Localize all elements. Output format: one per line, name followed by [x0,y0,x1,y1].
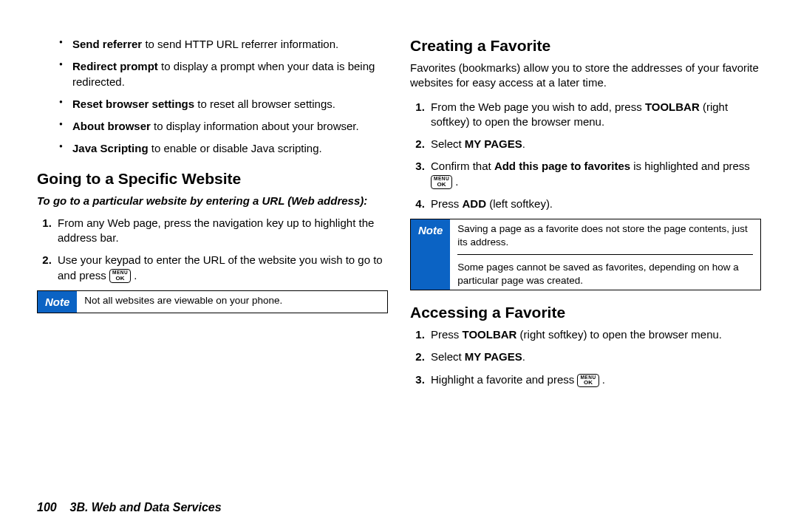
step-item: Highlight a favorite and press MENUOK . [428,372,761,387]
heading-accessing-favorite: Accessing a Favorite [410,304,761,321]
note-box: Note Not all websites are viewable on yo… [37,290,388,313]
right-column: Creating a Favorite Favorites (bookmarks… [410,37,761,395]
page-number: 100 [37,501,57,514]
term-desc: to display information about your browse… [151,120,359,132]
steps-list: From any Web page, press the navigation … [37,216,388,283]
steps-list: Press TOOLBAR (right softkey) to open th… [410,327,761,387]
intro-text: To go to a particular website by enterin… [37,194,388,208]
term-desc: to reset all browser settings. [194,98,335,110]
step-text: From any Web page, press the navigation … [58,216,374,244]
term: Reset browser settings [72,98,194,110]
note-label: Note [411,219,450,290]
note-content: Not all websites are viewable on your ph… [77,291,387,313]
list-item: Redirect prompt to display a prompt when… [59,59,388,89]
term-desc: to send HTTP URL referrer information. [142,38,338,50]
step-item: From the Web page you wish to add, press… [428,100,761,130]
list-item: Send referrer to send HTTP URL referrer … [59,37,388,52]
section-title: 3B. Web and Data Services [69,501,221,514]
term: Redirect prompt [72,60,158,72]
heading-creating-favorite: Creating a Favorite [410,37,761,55]
list-item: About browser to display information abo… [59,119,388,134]
ok-key-icon: MENUOK [109,269,131,283]
step-item: Confirm that Add this page to favorites … [428,159,761,189]
ok-key-icon: MENUOK [577,374,598,388]
note-content: Saving a page as a favorite does not sto… [450,219,760,290]
step-item: Press ADD (left softkey). [428,197,761,211]
note-p1: Saving a page as a favorite does not sto… [457,222,753,248]
step-item: Select MY PAGES. [428,349,761,364]
list-item: Java Scripting to enable or disable Java… [59,141,388,156]
step-item: From any Web page, press the navigation … [55,216,388,246]
term: Send referrer [72,38,142,50]
step-item: Select MY PAGES. [428,137,761,151]
page-footer: 100 3B. Web and Data Services [37,501,222,514]
intro-text: Favorites (bookmarks) allow you to store… [410,61,761,91]
ok-key-icon: MENUOK [431,175,452,189]
step-text: Use your keypad to enter the URL of the … [58,253,383,281]
term: Java Scripting [72,142,149,154]
step-item: Use your keypad to enter the URL of the … [55,253,388,283]
term-desc: to enable or disable Java scripting. [149,142,322,154]
left-column: Send referrer to send HTTP URL referrer … [37,37,388,395]
list-item: Reset browser settings to reset all brow… [59,97,388,112]
bullet-list: Send referrer to send HTTP URL referrer … [37,37,388,157]
note-label: Note [38,291,77,313]
note-p2: Some pages cannot be saved as favorites,… [457,261,753,287]
heading-going-specific: Going to a Specific Website [37,170,388,188]
step-item: Press TOOLBAR (right softkey) to open th… [428,327,761,342]
divider [457,254,753,255]
steps-list: From the Web page you wish to add, press… [410,100,761,212]
note-box: Note Saving a page as a favorite does no… [410,219,761,290]
term: About browser [72,120,151,132]
